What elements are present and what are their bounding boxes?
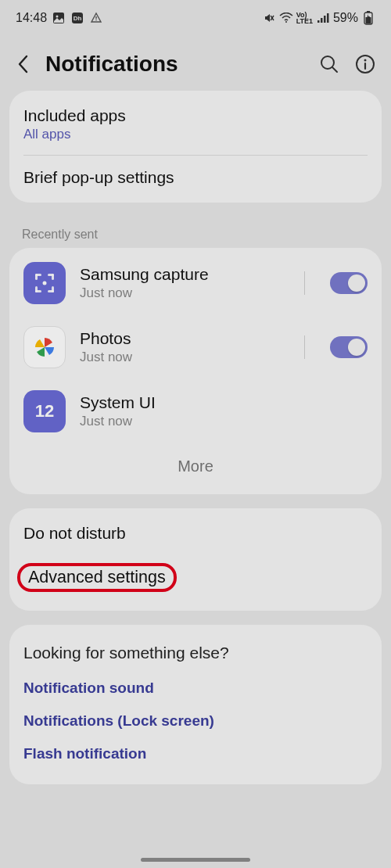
svg-point-29: [43, 282, 47, 285]
settings-card-1: Included apps All apps Brief pop-up sett…: [9, 91, 382, 203]
svg-rect-28: [52, 286, 54, 292]
gallery-icon: [52, 11, 66, 25]
mute-icon: [262, 11, 276, 25]
recently-sent-card: Samsung capture Just now Photos Just now…: [9, 248, 382, 494]
more-button[interactable]: More: [9, 443, 382, 491]
svg-rect-9: [317, 20, 320, 23]
status-right: Vo)LTE1 59%: [262, 11, 375, 25]
wifi-icon: [279, 11, 293, 25]
battery-icon: [361, 11, 375, 25]
app-row-photos[interactable]: Photos Just now: [9, 315, 382, 379]
divider: [304, 271, 305, 295]
advanced-settings-highlight: Advanced settings: [17, 563, 177, 592]
link-label: Notification sound: [23, 680, 154, 696]
nav-handle[interactable]: [141, 858, 250, 862]
advanced-settings-title: Advanced settings: [28, 568, 166, 586]
app-row-samsung-capture[interactable]: Samsung capture Just now: [9, 251, 382, 315]
svg-line-17: [332, 67, 337, 72]
toggle-photos[interactable]: [330, 336, 368, 358]
included-apps-title: Included apps: [23, 106, 368, 125]
cloud-warning-icon: [89, 11, 103, 25]
app-row-system-ui[interactable]: 12 System UI Just now: [9, 379, 382, 443]
svg-rect-11: [324, 16, 326, 23]
link-notifications-lock-screen[interactable]: Notifications (Lock screen): [9, 705, 382, 737]
back-button[interactable]: [13, 53, 34, 75]
status-time: 14:48: [16, 11, 47, 25]
looking-card: Looking for something else? Notification…: [9, 625, 382, 784]
brief-popup-title: Brief pop-up settings: [23, 168, 368, 187]
svg-point-4: [95, 20, 97, 21]
divider: [304, 335, 305, 359]
svg-rect-12: [327, 13, 329, 23]
settings-card-3: Do not disturb Advanced settings: [9, 508, 382, 611]
status-left: 14:48 Dh: [16, 11, 103, 25]
svg-point-19: [364, 59, 367, 62]
svg-point-1: [56, 16, 59, 18]
samsung-capture-icon: [23, 262, 66, 304]
svg-rect-24: [52, 274, 54, 280]
dnd-title: Do not disturb: [23, 524, 368, 543]
advanced-settings-row[interactable]: Advanced settings: [9, 555, 382, 608]
recently-sent-label: Recently sent: [0, 217, 391, 248]
svg-point-8: [285, 21, 287, 23]
battery-percent: 59%: [333, 11, 358, 25]
app-time: Just now: [80, 285, 290, 301]
svg-rect-26: [35, 286, 38, 292]
included-apps-row[interactable]: Included apps All apps: [9, 94, 382, 155]
link-label: Flash notification: [23, 745, 146, 762]
more-label: More: [178, 457, 213, 475]
search-icon[interactable]: [319, 54, 339, 74]
link-notification-sound[interactable]: Notification sound: [9, 672, 382, 705]
svg-text:Dh: Dh: [74, 15, 82, 22]
info-icon[interactable]: [355, 54, 375, 74]
app-badge-icon: Dh: [70, 11, 84, 25]
link-label: Notifications (Lock screen): [23, 712, 214, 729]
svg-text:12: 12: [35, 401, 54, 421]
svg-rect-22: [35, 274, 38, 280]
link-flash-notification[interactable]: Flash notification: [9, 737, 382, 770]
looking-title: Looking for something else?: [9, 628, 382, 672]
signal-icon: [316, 11, 330, 25]
page-header: Notifications: [0, 34, 391, 91]
volte-icon: Vo)LTE1: [296, 12, 313, 24]
app-time: Just now: [80, 414, 368, 429]
photos-icon: [23, 326, 66, 368]
dnd-row[interactable]: Do not disturb: [9, 511, 382, 555]
svg-rect-10: [321, 18, 323, 23]
status-bar: 14:48 Dh Vo)LTE1 59%: [0, 0, 391, 34]
included-apps-subtitle: All apps: [23, 127, 368, 142]
brief-popup-row[interactable]: Brief pop-up settings: [9, 156, 382, 199]
system-ui-icon: 12: [23, 390, 66, 432]
toggle-samsung-capture[interactable]: [330, 272, 368, 294]
page-title: Notifications: [45, 52, 308, 77]
app-name: Samsung capture: [80, 265, 290, 284]
app-name: Photos: [80, 329, 290, 348]
app-name: System UI: [80, 393, 368, 412]
app-time: Just now: [80, 350, 290, 365]
